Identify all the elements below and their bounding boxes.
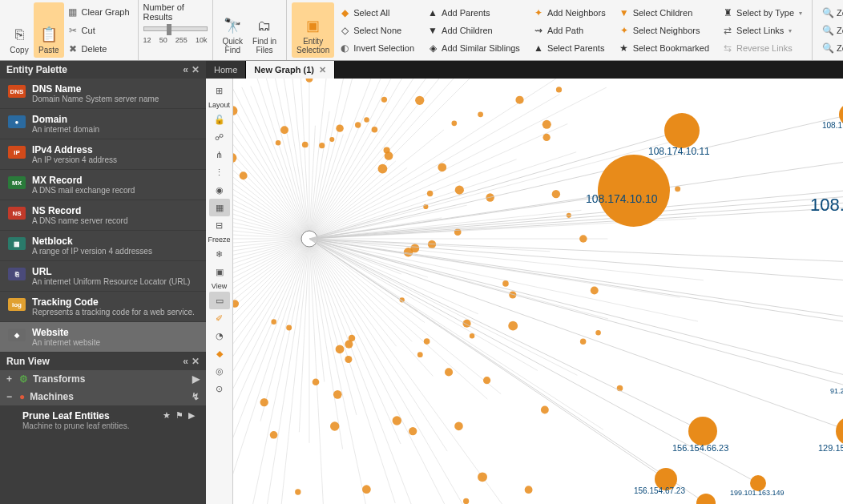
graph-node[interactable] (696, 494, 716, 504)
select-neighbors-button[interactable]: ✦Select Neighbors (617, 22, 711, 39)
rail-lock-button[interactable]: 🔓 (209, 111, 230, 128)
select-children-button[interactable]: ▼Select Children (617, 4, 711, 22)
flag-icon[interactable]: ⚑ (175, 410, 184, 421)
ribbon-toolbar: ⎘ Copy 📋 Paste ▦ Clear Graph ✂ Cut ✖ Del… (0, 0, 843, 61)
add-neighbors-button[interactable]: ✦Add Neighbors (531, 4, 607, 22)
entity-item-mx-record[interactable]: MX MX Record A DNS mail exchange record (0, 170, 206, 200)
type-icon: ♜ (722, 7, 733, 18)
svg-point-248 (556, 87, 562, 92)
rail-view3-button[interactable]: ◔ (209, 327, 230, 345)
add-neighbors-icon: ✦ (533, 7, 544, 18)
quick-find-button[interactable]: 🔭 Quick Find (218, 2, 248, 58)
entity-selection-button[interactable]: ▣ Entity Selection (292, 2, 334, 58)
svg-line-64 (233, 186, 309, 239)
graph-node[interactable] (688, 417, 717, 446)
close-icon[interactable]: ✕ (192, 64, 200, 75)
collapse-icon[interactable]: « (183, 356, 188, 367)
find-in-files-button[interactable]: 🗂 Find in Files (248, 2, 281, 58)
rail-view1-button[interactable]: ▭ (209, 292, 230, 309)
rail-layout2-button[interactable]: ⋔ (209, 146, 230, 163)
cut-button[interactable]: ✂ Cut (64, 23, 133, 38)
svg-point-123 (404, 248, 413, 257)
rail-view2-button[interactable]: ✐ (209, 309, 230, 327)
zoom-100-icon: 🔍 (822, 25, 833, 36)
rail-layout1-button[interactable]: ☍ (209, 128, 230, 146)
reverse-links-button[interactable]: ⇆Reverse Links (720, 39, 804, 57)
num-results-label: Number of Results (143, 2, 208, 22)
entity-item-domain[interactable]: ● Domain An internet domain (0, 109, 206, 139)
results-slider[interactable] (143, 26, 208, 31)
rail-view5-button[interactable]: ◎ (209, 362, 230, 380)
svg-line-82 (242, 87, 309, 239)
svg-line-4 (309, 239, 698, 321)
entity-item-dns-name[interactable]: DNS DNS Name Domain Name System server n… (0, 79, 206, 109)
rail-freeze-button[interactable]: ❄ (209, 245, 230, 263)
machines-row[interactable]: − ● Machines ↯ (0, 388, 206, 405)
entity-badge: MX (8, 176, 26, 189)
entity-badge: ▦ (8, 237, 26, 250)
rail-view4-button[interactable]: ◆ (209, 345, 230, 362)
add-similar-siblings-button[interactable]: ◈Add Similar Siblings (426, 39, 522, 57)
select-by-type-button[interactable]: ♜Select by Type▾ (720, 4, 804, 22)
svg-line-110 (309, 95, 560, 239)
svg-point-135 (483, 377, 490, 384)
play-icon[interactable]: ▶ (188, 410, 195, 421)
add-path-button[interactable]: ⇝Add Path (531, 22, 607, 39)
machine-item[interactable]: Prune Leaf Entities Machine to prune lea… (0, 405, 206, 435)
rail-layout3-button[interactable]: ⋮ (209, 163, 230, 181)
entity-item-ns-record[interactable]: NS NS Record A DNS name server record (0, 200, 206, 231)
select-parents-button[interactable]: ▲Select Parents (531, 39, 607, 57)
entity-palette-title: Entity Palette (6, 64, 67, 75)
zoom-to-fit-button[interactable]: 🔍Zoom to Fit (821, 4, 843, 22)
tick-10k: 10k (196, 36, 208, 44)
svg-point-243 (378, 164, 388, 174)
collapse-icon[interactable]: « (183, 64, 188, 75)
slider-ticks: 12 50 255 10k (143, 36, 208, 44)
rail-layout6-button[interactable]: ⊟ (209, 216, 230, 234)
tab-home[interactable]: Home (206, 61, 246, 79)
entity-selection-group: ▣ Entity Selection ◆Select All ◇Select N… (287, 0, 813, 60)
rail-freeze-label: Freeze (208, 236, 230, 244)
select-bookmarked-button[interactable]: ★Select Bookmarked (617, 39, 711, 57)
entity-item-url[interactable]: ⎘ URL An internet Uniform Resource Locat… (0, 261, 206, 292)
clear-graph-label: Clear Graph (82, 7, 130, 17)
delete-button[interactable]: ✖ Delete (64, 42, 133, 56)
clear-graph-button[interactable]: ▦ Clear Graph (64, 5, 133, 19)
run-icon[interactable]: ▶ (192, 373, 200, 385)
entity-item-netblock[interactable]: ▦ Netblock A range of IP version 4 addre… (0, 231, 206, 261)
tab-new-graph[interactable]: New Graph (1) ✕ (246, 61, 335, 79)
star-icon[interactable]: ★ (163, 410, 171, 421)
select-all-button[interactable]: ◆Select All (337, 4, 416, 22)
zoom-to-button[interactable]: 🔍Zoom to▾ (821, 39, 843, 57)
add-parents-button[interactable]: ▲Add Parents (426, 4, 522, 22)
svg-point-257 (675, 186, 680, 192)
rail-layout5-button[interactable]: ▦ (209, 199, 230, 216)
select-links-button[interactable]: ⇄Select Links▾ (720, 22, 804, 39)
rail-expand-button[interactable]: ⊞ (209, 82, 230, 99)
close-icon[interactable]: ✕ (192, 356, 200, 367)
entity-item-website[interactable]: ◆ Website An internet website (0, 322, 206, 353)
invert-selection-button[interactable]: ◐Invert Selection (337, 39, 416, 57)
paste-button[interactable]: 📋 Paste (34, 2, 64, 58)
graph-node[interactable] (836, 417, 843, 446)
transforms-row[interactable]: + ⚙ Transforms ▶ (0, 370, 206, 388)
entity-desc: Represents a tracking code for a web ser… (32, 308, 195, 317)
graph-node[interactable] (598, 155, 670, 227)
entity-item-tracking-code[interactable]: log Tracking Code Represents a tracking … (0, 292, 206, 322)
svg-point-160 (286, 325, 292, 331)
rail-layout4-button[interactable]: ◉ (209, 181, 230, 199)
entity-name: URL (32, 266, 190, 277)
reverse-links-icon: ⇆ (722, 42, 733, 54)
tab-close-icon[interactable]: ✕ (319, 65, 326, 75)
select-none-button[interactable]: ◇Select None (337, 22, 416, 39)
copy-button[interactable]: ⎘ Copy (5, 2, 34, 58)
rail-view6-button[interactable]: ⊙ (209, 380, 230, 397)
zoom-100-button[interactable]: 🔍Zoom 100% (821, 22, 843, 39)
entity-item-ipv4-address[interactable]: IP IPv4 Address An IP version 4 address (0, 139, 206, 170)
add-children-button[interactable]: ▼Add Children (426, 22, 522, 39)
slider-thumb[interactable] (167, 24, 171, 35)
menu-icon[interactable]: ↯ (192, 391, 200, 402)
graph-node[interactable] (664, 113, 700, 148)
rail-unfreeze-button[interactable]: ▣ (209, 263, 230, 280)
graph-canvas[interactable]: 108.174.10.10108.174.10.11108.174.2.1301… (233, 79, 843, 504)
